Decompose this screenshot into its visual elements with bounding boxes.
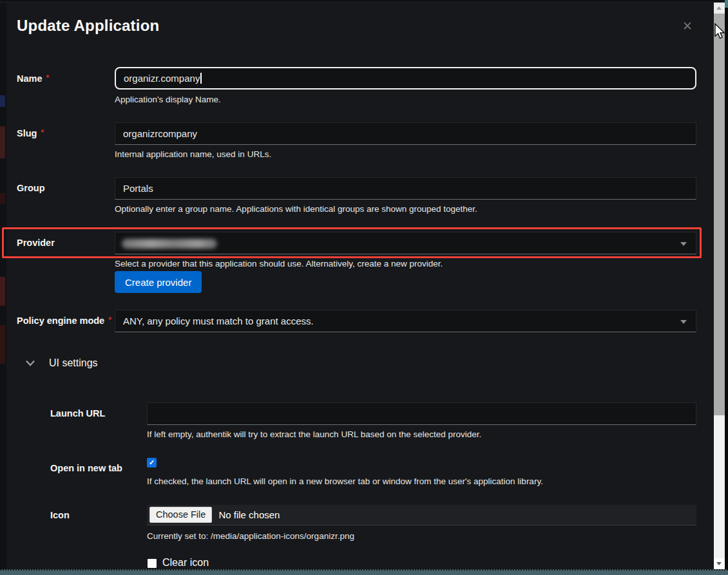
file-status-text: No file chosen: [218, 509, 280, 520]
vertical-scrollbar[interactable]: [714, 3, 725, 569]
mouse-cursor-icon: [714, 23, 726, 40]
launch-url-help-text: If left empty, authentik will try to ext…: [147, 429, 481, 439]
chevron-down-icon: [680, 320, 687, 324]
icon-file-input[interactable]: Choose File No file chosen: [147, 505, 696, 525]
launch-url-field-label: Launch URL: [50, 408, 105, 419]
scrollbar-down-button[interactable]: [714, 558, 725, 569]
chevron-down-icon: [26, 360, 35, 366]
close-icon: ✕: [682, 19, 693, 33]
background-fragment: [0, 193, 5, 203]
policy-engine-mode-value: ANY, any policy must match to grant acce…: [123, 316, 314, 326]
launch-url-label-text: Launch URL: [50, 408, 105, 419]
update-application-modal-page: Update Application ✕ Name* organizr.comp…: [0, 0, 728, 575]
slug-help-text: Internal application name, used in URLs.: [115, 149, 271, 159]
choose-file-button[interactable]: Choose File: [149, 507, 212, 523]
name-label-text: Name: [17, 73, 43, 84]
open-in-new-tab-label-text: Open in new tab: [50, 463, 122, 473]
close-button[interactable]: ✕: [679, 18, 696, 35]
provider-select[interactable]: [115, 232, 696, 254]
slug-input-value: organizrcompany: [123, 128, 197, 139]
name-help-text: Application's display Name.: [115, 95, 221, 104]
group-input[interactable]: Portals: [115, 177, 696, 200]
policy-engine-mode-field-label: Policy engine mode*: [17, 316, 111, 326]
create-provider-button[interactable]: Create provider: [115, 271, 202, 293]
slug-field-label: Slug*: [17, 128, 44, 138]
page-title: Update Application: [17, 17, 159, 35]
policy-engine-mode-select[interactable]: ANY, any policy must match to grant acce…: [115, 310, 696, 332]
open-in-new-tab-field-label: Open in new tab: [50, 463, 122, 473]
right-edge-accent: [725, 0, 728, 8]
open-in-new-tab-checkbox[interactable]: ✓: [147, 458, 157, 467]
text-caret: [200, 73, 202, 84]
ui-settings-section-toggle[interactable]: UI settings: [26, 357, 98, 369]
background-fragment: [0, 325, 5, 364]
group-help-text: Optionally enter a group name. Applicati…: [115, 204, 477, 214]
name-input-value: organizr.company: [124, 73, 200, 84]
name-input[interactable]: organizr.company: [115, 67, 696, 90]
required-asterisk: *: [46, 73, 50, 82]
policy-engine-mode-label-text: Policy engine mode: [17, 316, 104, 326]
icon-field-label: Icon: [50, 510, 70, 520]
background-fragment: [0, 277, 5, 306]
clear-icon-checkbox[interactable]: [148, 559, 157, 568]
provider-help-text: Select a provider that this application …: [115, 259, 443, 269]
provider-label-text: Provider: [17, 238, 55, 248]
group-field-label: Group: [17, 183, 45, 193]
page-behind-right-strip: [725, 0, 728, 575]
background-fragment: [0, 95, 5, 107]
group-label-text: Group: [17, 183, 45, 193]
slug-label-text: Slug: [17, 128, 37, 138]
icon-help-text: Currently set to: /media/application-ico…: [147, 531, 354, 541]
scroll-up-icon: [716, 6, 722, 10]
scroll-down-icon: [716, 562, 722, 565]
ui-settings-section-label: UI settings: [49, 357, 98, 369]
provider-field-label: Provider: [17, 238, 55, 248]
icon-label-text: Icon: [50, 510, 70, 520]
group-input-value: Portals: [123, 183, 153, 194]
scrollbar-thumb[interactable]: [714, 14, 725, 415]
clear-icon-label: Clear icon: [162, 557, 209, 569]
slug-input[interactable]: organizrcompany: [115, 122, 696, 145]
required-asterisk: *: [41, 128, 44, 137]
background-fragment: [0, 126, 5, 158]
chevron-down-icon: [680, 242, 687, 246]
scrollbar-up-button[interactable]: [714, 3, 725, 14]
open-in-new-tab-help-text: If checked, the launch URL will open in …: [147, 476, 543, 486]
name-field-label: Name*: [17, 73, 49, 84]
provider-select-value-redacted: [122, 239, 217, 249]
check-icon: ✓: [149, 458, 155, 466]
page-behind-bottom-strip: [0, 569, 728, 575]
required-asterisk: *: [108, 316, 111, 325]
launch-url-input[interactable]: [147, 402, 696, 425]
